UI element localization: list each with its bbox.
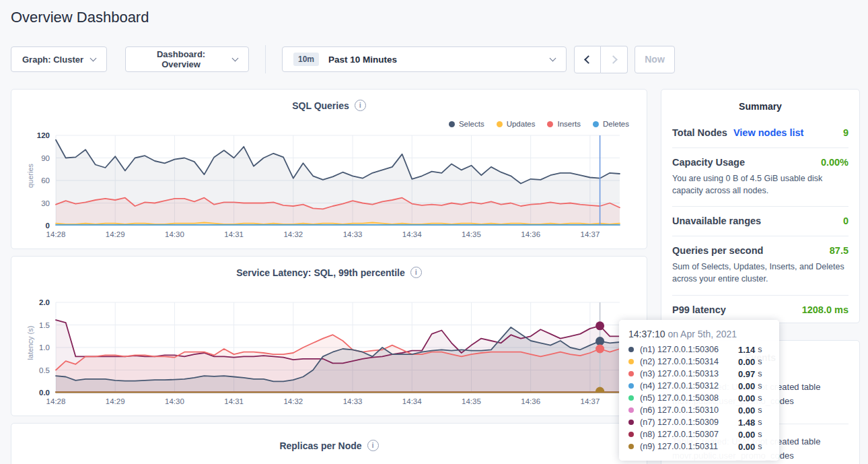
summary-row-head: Total NodesView nodes list9	[672, 127, 848, 138]
summary-row-head: P99 latency1208.0 ms	[672, 304, 848, 315]
summary-row: Capacity Usage0.00%You are using 0 B of …	[672, 147, 848, 206]
view-nodes-list-link[interactable]: View nodes list	[733, 127, 804, 138]
summary-value: 0	[843, 216, 848, 226]
summary-label: P99 latency	[672, 304, 726, 315]
svg-text:14:34: 14:34	[402, 397, 422, 405]
summary-row: Total NodesView nodes list9	[672, 119, 848, 147]
svg-text:14:32: 14:32	[283, 230, 303, 238]
legend-dot	[497, 121, 503, 127]
tooltip-unit: s	[758, 393, 762, 403]
tooltip-node-label: (n5) 127.0.0.1:50308	[640, 393, 738, 403]
summary-row: Queries per second87.5Sum of Selects, Up…	[672, 236, 848, 294]
info-icon[interactable]: i	[355, 100, 366, 111]
chart-panel-replicas-per-node: Replicas per Node i	[11, 423, 647, 464]
svg-text:14:36: 14:36	[521, 230, 540, 238]
chevron-down-icon	[232, 55, 239, 61]
tooltip-row: (n9) 127.0.0.1:503110.00s	[628, 440, 770, 453]
tooltip-node-label: (n7) 127.0.0.1:50309	[640, 418, 738, 427]
tooltip-series-dot	[628, 407, 634, 413]
tooltip-unit: s	[758, 405, 762, 415]
tooltip-series-dot	[628, 383, 634, 389]
tooltip-unit: s	[758, 418, 762, 427]
tooltip-row: (n2) 127.0.0.1:503140.00s	[628, 356, 770, 368]
svg-text:14:30: 14:30	[165, 397, 184, 405]
tooltip-node-label: (n4) 127.0.0.1:50312	[640, 381, 738, 391]
tooltip-series-dot	[628, 395, 634, 401]
tooltip-row: (n3) 127.0.0.1:503130.97s	[628, 368, 770, 380]
legend-label: Inserts	[557, 120, 581, 128]
tooltip-row: (n8) 127.0.0.1:503070.00s	[628, 428, 770, 440]
info-icon[interactable]: i	[367, 440, 379, 451]
time-range-badge: 10m	[293, 53, 319, 66]
chevron-down-icon	[550, 55, 556, 61]
sql-queries-chart[interactable]: 030609012014:2814:2914:3014:3114:3214:33…	[24, 130, 629, 242]
graph-dropdown[interactable]: Graph: Cluster	[11, 46, 107, 72]
legend-item-inserts[interactable]: Inserts	[547, 120, 581, 128]
dashboard-dropdown-label: Dashboard: Overview	[137, 49, 225, 69]
tooltip-value: 0.00	[738, 393, 755, 403]
summary-label: Total Nodes	[672, 127, 727, 138]
summary-value: 87.5	[830, 245, 848, 256]
svg-text:14:33: 14:33	[343, 397, 363, 405]
charts-column: SQL Queries i SelectsUpdatesInsertsDelet…	[11, 89, 647, 464]
tooltip-node-label: (n6) 127.0.0.1:50310	[640, 405, 738, 415]
legend-label: Deletes	[603, 120, 629, 128]
legend-dot	[449, 121, 455, 127]
tooltip-value: 0.00	[738, 381, 755, 391]
now-button[interactable]: Now	[635, 46, 675, 73]
tooltip-series-dot	[628, 347, 634, 352]
tooltip-row: (n1) 127.0.0.1:503061.14s	[628, 343, 770, 356]
toolbar: Graph: Cluster Dashboard: Overview 10m P…	[11, 45, 675, 73]
tooltip-node-label: (n1) 127.0.0.1:50306	[640, 345, 738, 354]
legend-dot	[593, 121, 599, 127]
tooltip-rows: (n1) 127.0.0.1:503061.14s(n2) 127.0.0.1:…	[628, 343, 770, 453]
tooltip-node-label: (n9) 127.0.0.1:50311	[640, 442, 738, 451]
tooltip-value: 0.00	[738, 442, 755, 452]
chevron-left-icon	[584, 55, 593, 64]
tooltip-unit: s	[758, 369, 762, 378]
page-title: Overview Dashboard	[11, 9, 149, 26]
time-range-dropdown[interactable]: 10m Past 10 Minutes	[282, 46, 567, 72]
tooltip-series-dot	[628, 359, 634, 364]
tooltip-node-label: (n2) 127.0.0.1:50314	[640, 357, 738, 366]
chart-title: Service Latency: SQL, 99th percentile	[236, 267, 405, 278]
svg-text:14:28: 14:28	[46, 230, 66, 238]
legend-item-deletes[interactable]: Deletes	[593, 120, 629, 128]
tooltip-value: 0.97	[738, 369, 755, 379]
summary-row-head: Queries per second87.5	[672, 245, 848, 256]
y-axis-label: queries	[26, 142, 34, 209]
summary-value: 1208.0 ms	[802, 304, 848, 315]
legend-dot	[547, 121, 553, 127]
tooltip-row: (n7) 127.0.0.1:503091.48s	[628, 416, 770, 428]
legend-item-selects[interactable]: Selects	[449, 120, 484, 128]
svg-text:14:33: 14:33	[343, 230, 363, 238]
info-icon[interactable]: i	[410, 267, 422, 278]
time-pager	[574, 46, 628, 73]
summary-value: 9	[843, 127, 848, 138]
time-prev-button[interactable]	[574, 46, 601, 73]
time-next-button[interactable]	[601, 46, 628, 73]
tooltip-date: on Apr 5th, 2021	[665, 329, 737, 339]
tooltip-value: 0.00	[738, 357, 755, 367]
summary-rows: Total NodesView nodes list9Capacity Usag…	[672, 119, 848, 323]
svg-text:60: 60	[41, 176, 50, 185]
tooltip-unit: s	[758, 357, 762, 366]
dashboard-dropdown[interactable]: Dashboard: Overview	[125, 46, 249, 72]
tooltip-value: 1.48	[738, 418, 755, 428]
tooltip-row: (n5) 127.0.0.1:503080.00s	[628, 392, 770, 404]
service-latency-chart[interactable]: 0.00.51.01.52.014:2814:2914:3014:3114:32…	[24, 297, 629, 409]
svg-text:14:37: 14:37	[581, 397, 600, 405]
legend-item-updates[interactable]: Updates	[497, 120, 536, 128]
summary-label: Queries per second	[672, 245, 763, 256]
summary-row: P99 latency1208.0 ms	[672, 295, 848, 324]
graph-dropdown-label: Graph: Cluster	[22, 55, 83, 65]
tooltip-unit: s	[758, 381, 762, 391]
chart-hover-tooltip: 14:37:10 on Apr 5th, 2021 (n1) 127.0.0.1…	[619, 320, 779, 461]
svg-text:14:28: 14:28	[46, 397, 66, 405]
chart-legend: SelectsUpdatesInsertsDeletes	[449, 120, 629, 128]
summary-label: Capacity Usage	[672, 157, 745, 168]
svg-text:14:29: 14:29	[106, 397, 125, 405]
tooltip-series-dot	[628, 420, 634, 425]
summary-description: You are using 0 B of 4.5 GiB usable disk…	[672, 172, 848, 197]
summary-row: Unavailable ranges0	[672, 206, 848, 236]
